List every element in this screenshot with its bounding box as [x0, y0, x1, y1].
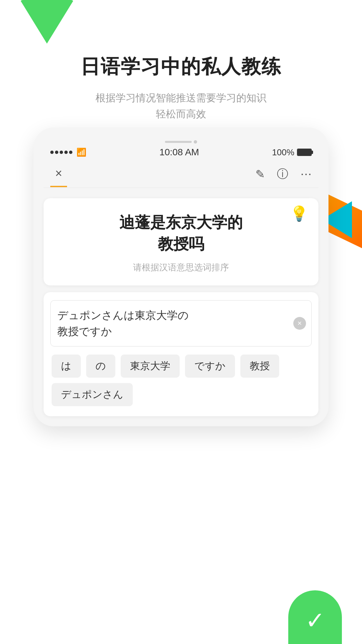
answer-line1: デュポンさんは東京大学の: [57, 309, 189, 321]
wifi-icon: 📶: [76, 148, 86, 157]
answer-card: デュポンさんは東京大学の 教授ですか × は の 東京大学 ですか 教授 デュポ…: [44, 292, 318, 416]
answer-text: デュポンさんは東京大学の 教授ですか: [57, 307, 305, 339]
chips-area: は の 東京大学 ですか 教授 デュポンさん: [50, 355, 312, 406]
question-hint: 请根据汉语意思选词排序: [57, 262, 305, 273]
scroll-indicator: [44, 138, 318, 144]
bottom-circle-decoration: ✓: [288, 590, 342, 644]
close-button[interactable]: ×: [50, 166, 67, 187]
chip-dupon-san[interactable]: デュポンさん: [52, 383, 133, 406]
more-icon[interactable]: ⋯: [300, 167, 312, 181]
main-title: 日语学习中的私人教练: [0, 54, 362, 80]
top-triangle-decoration: [20, 0, 74, 44]
checkmark-icon: ✓: [305, 609, 325, 632]
status-bar: 📶 10:08 AM 100%: [44, 144, 318, 161]
question-text: 迪蓬是东京大学的 教授吗: [57, 212, 305, 255]
sub-title-line2: 轻松而高效: [156, 108, 206, 119]
nav-bar: × ✎ ⓘ ⋯: [44, 161, 318, 188]
scroll-dot: [194, 140, 197, 144]
phone-mockup: 📶 10:08 AM 100% × ✎ ⓘ ⋯ 💡 迪蓬是东京大学的 教授吗 请…: [34, 127, 328, 426]
battery-icon: [297, 149, 312, 156]
question-line1: 迪蓬是东京大学的: [119, 214, 243, 231]
answer-input-box[interactable]: デュポンさんは東京大学の 教授ですか ×: [50, 300, 312, 346]
battery-percent: 100%: [272, 147, 295, 158]
chip-tokyo-daigaku[interactable]: 東京大学: [121, 355, 180, 378]
nav-right: ✎ ⓘ ⋯: [255, 166, 312, 187]
chip-desuka[interactable]: ですか: [185, 355, 235, 378]
chip-no[interactable]: の: [86, 355, 115, 378]
question-card: 💡 迪蓬是东京大学的 教授吗 请根据汉语意思选词排序: [44, 198, 318, 285]
sub-title-line1: 根据学习情况智能推送需要学习的知识: [96, 92, 266, 103]
status-right: 100%: [272, 147, 312, 158]
question-line2: 教授吗: [158, 235, 204, 253]
sub-title: 根据学习情况智能推送需要学习的知识 轻松而高效: [0, 90, 362, 122]
nav-left: ×: [50, 166, 67, 187]
answer-line2: 教授ですか: [57, 325, 112, 337]
signal-dots: [50, 151, 72, 154]
chip-ha[interactable]: は: [52, 355, 81, 378]
clear-button[interactable]: ×: [293, 317, 306, 330]
status-left: 📶: [50, 148, 86, 157]
lightbulb-icon: 💡: [290, 205, 308, 222]
chip-kyoju[interactable]: 教授: [240, 355, 279, 378]
time-display: 10:08 AM: [160, 147, 199, 158]
scroll-bar: [165, 141, 192, 143]
battery-fill: [298, 149, 311, 155]
help-icon[interactable]: ⓘ: [277, 166, 288, 182]
edit-icon[interactable]: ✎: [255, 167, 265, 181]
